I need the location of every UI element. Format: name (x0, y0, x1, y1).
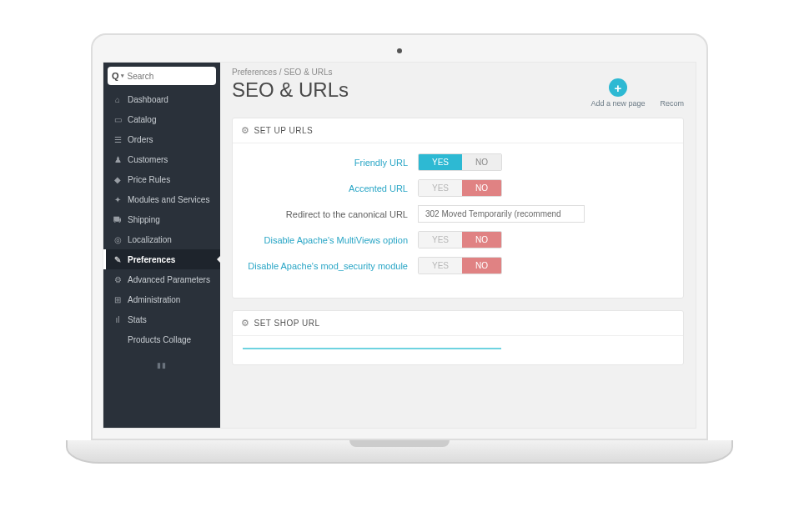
customers-icon: ♟ (113, 154, 123, 164)
modules-icon: ✦ (113, 194, 123, 204)
sidebar-item-label: Customers (128, 155, 168, 164)
search-box[interactable]: Q ▾ (108, 67, 216, 85)
dashboard-icon: ⌂ (113, 94, 123, 104)
gear-icon: ⚙ (241, 125, 250, 136)
main-content: Preferences / SEO & URLs SEO & URLs + Ad… (220, 63, 696, 428)
sidebar-item-label: Advanced Parameters (128, 275, 210, 284)
sidebar-item-localization[interactable]: ◎ Localization (103, 229, 220, 249)
recommended-button[interactable]: Recom (660, 78, 684, 108)
breadcrumb: Preferences / SEO & URLs (220, 63, 696, 77)
chevron-down-icon: ▾ (121, 73, 124, 79)
breadcrumb-current: SEO & URLs (284, 68, 332, 77)
sidebar-nav: ⌂ Dashboard ▭ Catalog ☰ Orders ♟ Custome… (103, 89, 220, 349)
products-collage-icon (113, 334, 123, 344)
panel-title-text: SET UP URLS (254, 126, 314, 135)
sidebar-item-label: Localization (128, 235, 172, 244)
panel-heading: ⚙ SET UP URLS (233, 118, 683, 143)
accented-url-toggle[interactable]: YES NO (418, 179, 502, 197)
toggle-no[interactable]: NO (462, 232, 501, 248)
shop-url-divider (243, 348, 501, 349)
sidebar-item-products-collage[interactable]: Products Collage (103, 329, 220, 349)
toggle-yes[interactable]: YES (419, 154, 462, 170)
search-scope-dropdown[interactable]: Q ▾ (112, 71, 124, 81)
sidebar-item-label: Modules and Services (128, 195, 209, 204)
panel-heading: ⚙ SET SHOP URL (233, 311, 683, 336)
sidebar-item-label: Price Rules (128, 175, 170, 184)
gear-icon: ⚙ (241, 318, 250, 329)
breadcrumb-sep: / (279, 68, 282, 77)
friendly-url-label[interactable]: Friendly URL (243, 158, 418, 168)
sidebar-item-label: Stats (128, 315, 147, 324)
plus-icon: + (609, 78, 627, 97)
sidebar-item-shipping[interactable]: ⛟ Shipping (103, 209, 220, 229)
add-page-button[interactable]: + Add a new page (590, 78, 645, 108)
sidebar-item-label: Products Collage (128, 335, 191, 344)
sidebar-item-stats[interactable]: ıl Stats (103, 309, 220, 329)
modsecurity-toggle[interactable]: YES NO (418, 257, 502, 274)
sidebar-item-preferences[interactable]: ✎ Preferences (103, 249, 220, 269)
sidebar-collapse-icon[interactable]: ▮▮ (103, 361, 220, 369)
toggle-no[interactable]: NO (462, 258, 501, 274)
sidebar-item-catalog[interactable]: ▭ Catalog (103, 109, 220, 129)
sidebar: Q ▾ ⌂ Dashboard ▭ Catalog ☰ (103, 63, 220, 428)
accented-url-label[interactable]: Accented URL (243, 183, 418, 193)
sidebar-item-label: Preferences (128, 255, 175, 264)
price-rules-icon: ◆ (113, 174, 123, 184)
preferences-icon: ✎ (113, 254, 123, 264)
sidebar-item-administration[interactable]: ⊞ Administration (103, 289, 220, 309)
sidebar-item-customers[interactable]: ♟ Customers (103, 149, 220, 169)
shipping-icon: ⛟ (113, 214, 123, 224)
orders-icon: ☰ (113, 134, 123, 144)
toggle-no[interactable]: NO (462, 180, 501, 196)
toggle-no[interactable]: NO (462, 154, 501, 170)
modsecurity-label[interactable]: Disable Apache's mod_security module (243, 261, 418, 271)
sidebar-item-modules[interactable]: ✦ Modules and Services (103, 189, 220, 209)
panel-set-up-urls: ⚙ SET UP URLS Friendly URL YES NO A (232, 118, 684, 299)
panel-set-shop-url: ⚙ SET SHOP URL (232, 310, 684, 365)
multiviews-label[interactable]: Disable Apache's MultiViews option (243, 235, 418, 245)
multiviews-toggle[interactable]: YES NO (418, 231, 502, 248)
search-prefix: Q (112, 71, 119, 81)
canonical-redirect-label: Redirect to the canonical URL (243, 209, 418, 219)
administration-icon: ⊞ (113, 294, 123, 304)
stats-icon: ıl (113, 314, 123, 324)
camera-dot (397, 48, 402, 53)
toggle-yes[interactable]: YES (419, 232, 462, 248)
sidebar-item-label: Catalog (128, 115, 156, 124)
advanced-icon: ⚙ (113, 274, 123, 284)
localization-icon: ◎ (113, 234, 123, 244)
breadcrumb-parent[interactable]: Preferences (232, 68, 277, 77)
sidebar-item-dashboard[interactable]: ⌂ Dashboard (103, 89, 220, 109)
sidebar-item-price-rules[interactable]: ◆ Price Rules (103, 169, 220, 189)
canonical-redirect-select[interactable]: 302 Moved Temporarily (recommend (418, 205, 585, 223)
sidebar-item-label: Administration (128, 295, 180, 304)
catalog-icon: ▭ (113, 114, 123, 124)
sidebar-item-orders[interactable]: ☰ Orders (103, 129, 220, 149)
sidebar-item-advanced[interactable]: ⚙ Advanced Parameters (103, 269, 220, 289)
sidebar-item-label: Dashboard (128, 95, 168, 104)
page-title: SEO & URLs (232, 78, 590, 102)
laptop-base (66, 440, 732, 464)
toggle-yes[interactable]: YES (419, 180, 462, 196)
friendly-url-toggle[interactable]: YES NO (418, 153, 502, 171)
panel-title-text: SET SHOP URL (254, 319, 320, 328)
sidebar-item-label: Shipping (128, 215, 160, 224)
toggle-yes[interactable]: YES (419, 258, 462, 274)
search-input[interactable] (128, 72, 234, 81)
add-page-label: Add a new page (590, 99, 645, 108)
sidebar-item-label: Orders (128, 135, 153, 144)
recommended-label: Recom (660, 99, 684, 108)
